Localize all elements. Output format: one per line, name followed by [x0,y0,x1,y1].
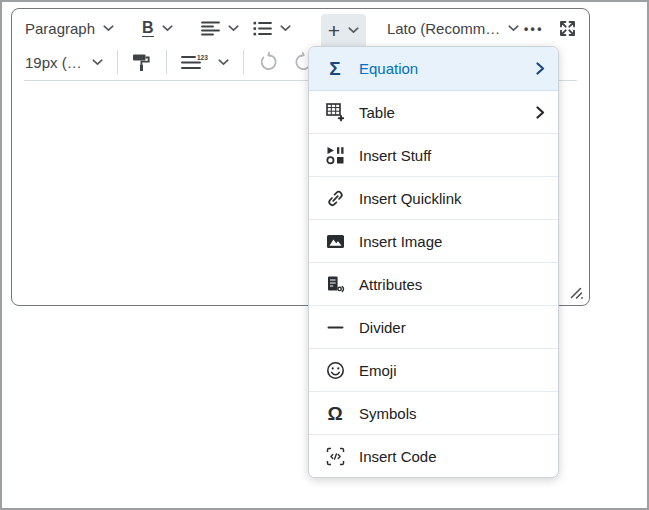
chevron-right-icon [536,62,545,75]
undo-icon [258,52,279,72]
omega-icon: Ω [324,404,346,423]
line-spacing-icon: 123 [181,54,210,71]
font-size-dropdown[interactable]: 19px (… [18,47,110,77]
table-add-icon [324,103,346,122]
menu-item-label: Table [359,104,536,121]
menu-item-label: Equation [359,60,536,77]
chevron-right-icon [536,106,545,119]
menu-item-label: Attributes [359,276,545,293]
menu-item-label: Symbols [359,405,545,422]
list-dropdown[interactable] [246,14,298,44]
image-icon [324,232,346,251]
horizontal-rule-icon [324,318,346,337]
chevron-down-icon [103,25,114,32]
fullscreen-expand-icon [558,19,577,38]
chevron-down-icon [228,25,239,32]
font-size-label: 19px (… [25,54,82,71]
chevron-down-icon [348,27,359,34]
paragraph-style-label: Paragraph [25,20,95,37]
code-icon [324,447,346,466]
menu-item-emoji[interactable]: Emoji [309,348,558,391]
menu-item-table[interactable]: Table [309,90,558,133]
attributes-icon [324,275,346,294]
toolbar-separator [243,50,244,74]
svg-text:123: 123 [197,54,208,61]
quicklink-icon [324,189,346,208]
toolbar-separator [117,50,118,74]
font-family-dropdown[interactable]: Lato (Recomm… [380,14,510,44]
menu-item-insert-image[interactable]: Insert Image [309,219,558,262]
menu-item-label: Divider [359,319,545,336]
sigma-icon: Σ [324,59,346,78]
undo-button[interactable] [251,47,286,77]
menu-item-equation[interactable]: Σ Equation [309,47,558,90]
format-painter-button[interactable] [125,47,159,77]
align-left-icon [201,21,220,36]
font-family-label: Lato (Recomm… [387,20,500,37]
menu-item-label: Insert Code [359,448,545,465]
alignment-dropdown[interactable] [194,14,246,44]
paragraph-style-dropdown[interactable]: Paragraph [18,14,121,44]
chevron-down-icon [218,59,229,66]
chevron-down-icon [280,25,291,32]
menu-item-label: Emoji [359,362,545,379]
more-actions-button[interactable]: ••• [517,14,551,44]
menu-item-label: Insert Quicklink [359,190,545,207]
menu-item-attributes[interactable]: Attributes [309,262,558,305]
fullscreen-button[interactable] [551,14,584,44]
insert-dropdown[interactable]: + [321,14,366,47]
menu-item-insert-code[interactable]: Insert Code [309,434,558,477]
insert-menu: Σ Equation Table [308,46,559,478]
line-spacing-dropdown[interactable]: 123 [174,47,236,77]
chevron-down-icon [92,59,103,66]
bullet-list-icon [253,21,272,36]
plus-icon: + [328,20,340,41]
media-stuff-icon [324,146,346,165]
ellipsis-icon: ••• [524,22,544,36]
paint-roller-icon [132,52,152,72]
menu-item-divider[interactable]: Divider [309,305,558,348]
menu-item-insert-stuff[interactable]: Insert Stuff [309,133,558,176]
toolbar-row-1: Paragraph B [18,11,583,46]
menu-item-insert-quicklink[interactable]: Insert Quicklink [309,176,558,219]
chevron-down-icon [162,25,173,32]
menu-item-label: Insert Image [359,233,545,250]
bold-icon: B [142,20,154,38]
emoji-icon [324,361,346,380]
page: Paragraph B [0,0,649,510]
resize-handle[interactable] [569,285,585,301]
toolbar-separator [166,50,167,74]
menu-item-symbols[interactable]: Ω Symbols [309,391,558,434]
menu-item-label: Insert Stuff [359,147,545,164]
bold-dropdown[interactable]: B [135,14,180,44]
